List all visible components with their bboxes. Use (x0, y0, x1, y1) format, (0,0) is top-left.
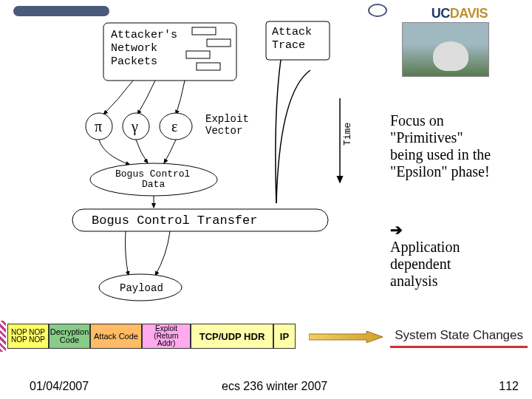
packet-stripe-decor (0, 321, 6, 352)
exploit-return-addr-cell: Exploit (Return Addr) (142, 324, 191, 349)
bogus-control-data-line2: Data (142, 179, 165, 190)
exploit-vector-line1: Exploit (205, 113, 249, 125)
svg-rect-1 (192, 27, 216, 35)
bogus-control-transfer-label: Bogus Control Transfer (92, 214, 257, 228)
system-state-changes-label: System State Changes (390, 325, 528, 348)
payload-label: Payload (120, 282, 163, 294)
attack-code-cell: Attack Code (90, 324, 142, 349)
app-line3: analysis (390, 273, 523, 290)
epsilon-symbol: ε (171, 118, 177, 134)
time-axis-label: Time (342, 123, 353, 146)
focus-line2: "Primitives" (390, 129, 523, 146)
slide-top-accent-cap (368, 4, 387, 17)
logo-davis: DAVIS (450, 6, 488, 21)
focus-line4: "Epsilon" phase! (390, 163, 523, 180)
arrow-right-icon (309, 331, 383, 343)
application-note: ➔ Application dependent analysis (390, 222, 523, 290)
footer-date: 01/04/2007 (30, 380, 89, 393)
decryption-code-cell: Decryption Code (49, 324, 90, 349)
attack-trace-line2: Trace (272, 39, 305, 52)
attacker-packets-line3: Packets (111, 55, 157, 68)
footer-course: ecs 236 winter 2007 (222, 380, 327, 393)
focus-line1: Focus on (390, 112, 523, 129)
focus-line3: being used in the (390, 146, 523, 163)
exploit-vector-line2: Vector (205, 125, 242, 137)
attacker-packets-line2: Network (111, 42, 157, 55)
bogus-control-data-line1: Bogus Control (115, 168, 191, 180)
app-line2: dependent (390, 256, 523, 273)
svg-rect-2 (207, 39, 231, 47)
tcp-udp-header-cell: TCP/UDP HDR (191, 324, 273, 349)
ip-header-cell: IP (273, 324, 296, 349)
app-line1: Application (390, 239, 523, 256)
slide-top-accent-bar (13, 6, 109, 16)
svg-rect-4 (197, 63, 220, 70)
attack-diagram: Attacker's Network Packets Attack Trace … (59, 18, 369, 314)
svg-rect-3 (186, 51, 210, 58)
focus-note: Focus on "Primitives" being used in the … (390, 112, 523, 180)
campus-photo (402, 22, 489, 77)
attacker-packets-line1: Attacker's (111, 29, 177, 41)
arrow-icon: ➔ (390, 222, 523, 239)
gamma-symbol: γ (131, 118, 138, 135)
attack-trace-line1: Attack (272, 26, 312, 38)
logo-uc: UC (432, 6, 450, 21)
nop-sled-cell: NOP NOP NOP NOP (7, 324, 49, 349)
packet-layout-row: NOP NOP NOP NOP Decryption Code Attack C… (7, 324, 296, 349)
ucdavis-logo: UCDAVIS (432, 6, 488, 21)
footer-page-number: 112 (499, 380, 519, 393)
pi-symbol: π (95, 118, 102, 134)
